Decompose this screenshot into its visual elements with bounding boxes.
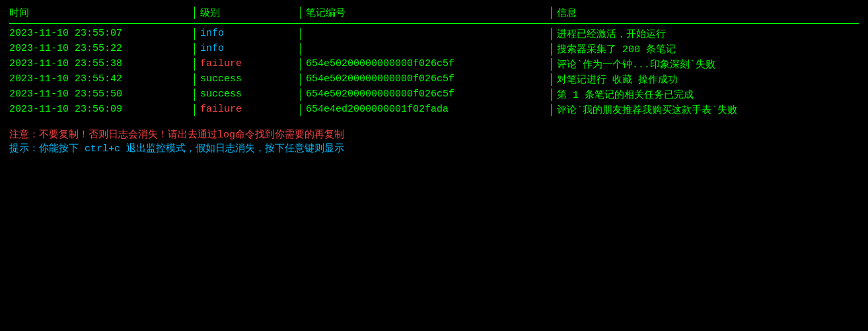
cell-level: failure: [194, 104, 300, 116]
cell-time: 2023-11-10 23:56:09: [9, 104, 194, 116]
table-row: 2023-11-10 23:56:09failure654e4ed2000000…: [9, 102, 859, 118]
header-level: 级别: [194, 7, 300, 19]
cell-info: 评论`我的朋友推荐我购买这款手表`失败: [551, 104, 859, 116]
cell-level: success: [194, 89, 300, 101]
tip-label: 提示：: [9, 143, 39, 155]
header-time: 时间: [9, 7, 194, 19]
cell-info: 进程已经激活，开始运行: [551, 28, 859, 40]
cell-level: info: [194, 43, 300, 55]
cell-info: 第 1 条笔记的相关任务已完成: [551, 89, 859, 101]
tip-text: 你能按下 ctrl+c 退出监控模式，假如日志消失，按下任意键则显示: [39, 143, 344, 155]
log-table: 时间 级别 笔记编号 信息 2023-11-10 23:55:07info进程已…: [9, 7, 859, 118]
cell-noteid: 654e4ed2000000001f02fada: [300, 104, 551, 116]
warning-text: 不要复制！否则日志会消失！请出去通过log命令找到你需要的再复制: [39, 129, 344, 141]
cell-time: 2023-11-10 23:55:42: [9, 73, 194, 86]
notice-warning: 注意：不要复制！否则日志会消失！请出去通过log命令找到你需要的再复制: [9, 128, 859, 141]
cell-time: 2023-11-10 23:55:22: [9, 43, 194, 55]
notice-section: 注意：不要复制！否则日志会消失！请出去通过log命令找到你需要的再复制 提示：你…: [9, 128, 859, 155]
header-noteid: 笔记编号: [300, 7, 551, 19]
cell-noteid: 654e50200000000000f026c5f: [300, 89, 551, 101]
cell-info: 搜索器采集了 200 条笔记: [551, 43, 859, 55]
cell-noteid: 654e50200000000000f026c5f: [300, 73, 551, 86]
cell-time: 2023-11-10 23:55:38: [9, 58, 194, 71]
table-row: 2023-11-10 23:55:22info搜索器采集了 200 条笔记: [9, 42, 859, 57]
cell-noteid: [300, 43, 551, 55]
table-row: 2023-11-10 23:55:42success654e5020000000…: [9, 72, 859, 87]
cell-level: info: [194, 28, 300, 40]
cell-time: 2023-11-10 23:55:50: [9, 89, 194, 101]
notice-tip: 提示：你能按下 ctrl+c 退出监控模式，假如日志消失，按下任意键则显示: [9, 142, 859, 155]
table-header: 时间 级别 笔记编号 信息: [9, 7, 859, 24]
table-row: 2023-11-10 23:55:50success654e5020000000…: [9, 87, 859, 102]
header-info: 信息: [551, 7, 859, 19]
cell-info: 评论`作为一个钟...印象深刻`失败: [551, 58, 859, 71]
cell-level: failure: [194, 58, 300, 71]
table-body: 2023-11-10 23:55:07info进程已经激活，开始运行2023-1…: [9, 26, 859, 118]
table-row: 2023-11-10 23:55:38failure654e5020000000…: [9, 57, 859, 72]
cell-time: 2023-11-10 23:55:07: [9, 28, 194, 40]
cell-info: 对笔记进行 收藏 操作成功: [551, 73, 859, 86]
warning-label: 注意：: [9, 129, 39, 141]
cell-level: success: [194, 73, 300, 86]
cell-noteid: [300, 28, 551, 40]
table-row: 2023-11-10 23:55:07info进程已经激活，开始运行: [9, 26, 859, 42]
cell-noteid: 654e50200000000000f026c5f: [300, 58, 551, 71]
